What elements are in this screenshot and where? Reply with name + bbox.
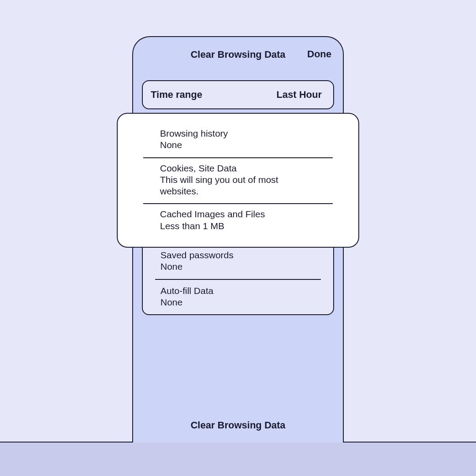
- item-title: Cached Images and Files: [160, 208, 333, 220]
- clear-browsing-data-button[interactable]: Clear Browsing Data: [133, 420, 343, 431]
- item-title: Auto-fill Data: [160, 285, 316, 297]
- item-subtitle: None: [160, 139, 333, 151]
- item-subtitle: None: [160, 261, 316, 272]
- time-range-value: Last Hour: [276, 89, 322, 100]
- highlighted-data-types-card: Browsing history None Cookies, Site Data…: [117, 113, 359, 248]
- list-item-saved-passwords[interactable]: Saved passwords None: [143, 244, 333, 279]
- item-subtitle: None: [160, 297, 316, 308]
- item-subtitle: This will sing you out of most websites.: [160, 174, 283, 197]
- done-button[interactable]: Done: [307, 48, 331, 60]
- item-title: Browsing history: [160, 128, 333, 139]
- item-title: Cookies, Site Data: [160, 163, 333, 174]
- list-item-browsing-history[interactable]: Browsing history None: [118, 123, 358, 157]
- list-item-cached-images-files[interactable]: Cached Images and Files Less than 1 MB: [118, 204, 358, 238]
- time-range-selector[interactable]: Time range Last Hour: [142, 80, 334, 109]
- page-title: Clear Browsing Data: [190, 49, 285, 60]
- time-range-label: Time range: [151, 89, 202, 100]
- header: Clear Browsing Data Done: [133, 37, 343, 72]
- ground-plane: [0, 442, 476, 476]
- item-title: Saved passwords: [160, 249, 316, 261]
- item-subtitle: Less than 1 MB: [160, 220, 333, 232]
- list-item-cookies-site-data[interactable]: Cookies, Site Data This will sing you ou…: [118, 158, 358, 204]
- list-item-autofill-data[interactable]: Auto-fill Data None: [143, 280, 333, 315]
